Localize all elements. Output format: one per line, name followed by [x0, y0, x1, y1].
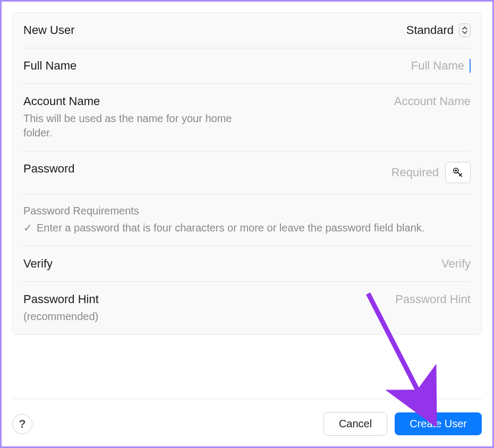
password-input[interactable]	[343, 166, 439, 179]
user-type-dropdown[interactable]: Standard	[406, 23, 471, 37]
help-button[interactable]: ?	[12, 414, 32, 434]
footer-bar: ? Cancel Create User	[12, 399, 482, 436]
row-account-name: Account Name This will be used as the na…	[23, 84, 471, 151]
password-hint-label: Password Hint	[23, 292, 99, 306]
create-user-button[interactable]: Create User	[395, 412, 482, 435]
row-password: Password	[23, 151, 471, 194]
password-hint-sublabel: (recommended)	[23, 309, 99, 324]
account-name-input[interactable]	[343, 94, 471, 108]
user-type-value: Standard	[406, 23, 454, 37]
verify-input[interactable]	[343, 257, 471, 271]
password-hint-input[interactable]	[343, 292, 471, 306]
row-full-name: Full Name	[23, 48, 471, 84]
text-cursor	[470, 59, 471, 73]
chevron-up-down-icon	[459, 23, 471, 37]
password-requirements-text: Enter a password that is four characters…	[37, 220, 424, 235]
account-name-sublabel: This will be used as the name for your h…	[23, 111, 236, 140]
svg-point-1	[455, 170, 456, 171]
verify-label: Verify	[23, 257, 53, 271]
row-new-user: New User Standard	[23, 13, 471, 48]
full-name-label: Full Name	[23, 59, 76, 73]
password-requirements-title: Password Requirements	[23, 205, 139, 217]
help-icon: ?	[19, 417, 25, 431]
full-name-input[interactable]	[337, 59, 464, 73]
account-name-label: Account Name	[23, 94, 236, 108]
password-label: Password	[23, 162, 75, 176]
password-key-button[interactable]	[445, 162, 471, 183]
new-user-label: New User	[23, 23, 75, 37]
row-password-requirements: Password Requirements ✓ Enter a password…	[23, 194, 471, 246]
checkmark-icon: ✓	[23, 220, 32, 235]
row-password-hint: Password Hint (recommended)	[23, 282, 471, 334]
cancel-button[interactable]: Cancel	[323, 412, 387, 436]
new-user-form-panel: New User Standard Full Name Account Name…	[12, 12, 482, 335]
row-verify: Verify	[23, 246, 471, 282]
key-icon	[452, 167, 464, 178]
